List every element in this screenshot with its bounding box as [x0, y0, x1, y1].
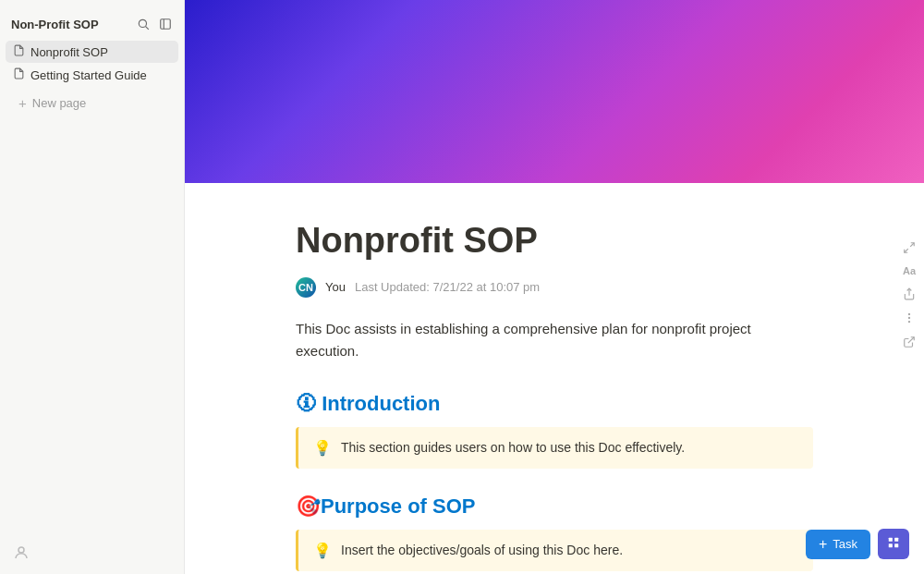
workspace-title: Non-Profit SOP — [11, 18, 134, 31]
callout-introduction: 💡 This section guides users on how to us… — [296, 427, 813, 469]
last-updated: Last Updated: 7/21/22 at 10:07 pm — [355, 280, 540, 294]
callout-icon-introduction: 💡 — [313, 439, 332, 457]
svg-rect-12 — [889, 538, 893, 542]
new-page-plus-icon: + — [18, 95, 27, 111]
task-plus-icon: + — [819, 537, 827, 552]
callout-text-purpose: Insert the objectives/goals of using thi… — [341, 541, 623, 560]
svg-point-8 — [908, 313, 909, 314]
callout-text-introduction: This section guides users on how to use … — [341, 438, 685, 458]
avatar-initials: CN — [298, 282, 313, 293]
document-body: Nonprofit SOP CN You Last Updated: 7/21/… — [185, 183, 924, 574]
expand-button[interactable] — [898, 237, 920, 259]
share-button[interactable] — [898, 283, 920, 305]
svg-point-0 — [139, 19, 146, 27]
svg-line-11 — [908, 337, 914, 343]
main-content: Nonprofit SOP CN You Last Updated: 7/21/… — [185, 0, 924, 574]
task-label: Task — [833, 537, 857, 551]
search-icon — [137, 18, 150, 31]
sidebar-nav: Nonprofit SOP Getting Started Guide — [0, 39, 184, 88]
svg-line-5 — [910, 243, 914, 247]
author-avatar: CN — [296, 277, 316, 298]
doc-icon-2 — [13, 67, 25, 82]
collapse-icon — [159, 18, 172, 31]
collapse-sidebar-button[interactable] — [156, 15, 175, 33]
user-icon — [13, 544, 30, 565]
document-meta: CN You Last Updated: 7/21/22 at 10:07 pm — [296, 277, 813, 298]
new-page-label: New page — [32, 96, 87, 110]
svg-line-1 — [146, 27, 149, 30]
doc-icon — [13, 44, 25, 59]
document-description: This Doc assists in establishing a compr… — [296, 318, 813, 362]
callout-purpose: 💡 Insert the objectives/goals of using t… — [296, 530, 813, 571]
section-emoji-purpose: 🎯 — [296, 495, 321, 518]
apps-button[interactable] — [878, 529, 909, 559]
svg-rect-14 — [889, 543, 893, 547]
sidebar-item-label-getting-started: Getting Started Guide — [30, 68, 147, 82]
task-btn-container: + Task — [806, 529, 909, 559]
right-toolbar: Aa — [894, 231, 924, 359]
svg-point-9 — [908, 317, 909, 318]
section-heading-purpose: 🎯Purpose of SOP — [296, 495, 813, 519]
sidebar-item-label-nonprofit-sop: Nonprofit SOP — [30, 45, 108, 59]
section-heading-introduction: 🛈 Introduction — [296, 392, 813, 416]
sidebar: Non-Profit SOP Nonprofit SOP Getting Sta… — [0, 0, 185, 574]
more-options-button[interactable] — [898, 307, 920, 329]
svg-point-4 — [18, 547, 24, 553]
section-emoji-introduction: 🛈 — [296, 392, 322, 415]
author-name: You — [325, 280, 346, 294]
callout-icon-purpose: 💡 — [313, 542, 332, 559]
search-button[interactable] — [134, 15, 152, 33]
sidebar-bottom — [0, 535, 184, 574]
sidebar-header-icons — [134, 15, 175, 33]
svg-rect-15 — [894, 543, 898, 547]
svg-line-6 — [905, 249, 908, 252]
task-button[interactable]: + Task — [806, 530, 870, 559]
sidebar-item-getting-started[interactable]: Getting Started Guide — [6, 64, 178, 86]
svg-rect-2 — [161, 19, 171, 30]
new-page-button[interactable]: + New page — [6, 92, 178, 115]
document-title: Nonprofit SOP — [296, 220, 813, 263]
svg-rect-13 — [894, 538, 898, 542]
document-banner — [185, 0, 924, 183]
external-share-button[interactable] — [898, 331, 920, 353]
sidebar-item-nonprofit-sop[interactable]: Nonprofit SOP — [6, 41, 178, 63]
apps-icon — [887, 536, 900, 552]
sidebar-header: Non-Profit SOP — [0, 7, 184, 39]
svg-point-10 — [908, 322, 909, 323]
font-icon: Aa — [903, 265, 916, 276]
font-settings-button[interactable]: Aa — [898, 261, 920, 281]
